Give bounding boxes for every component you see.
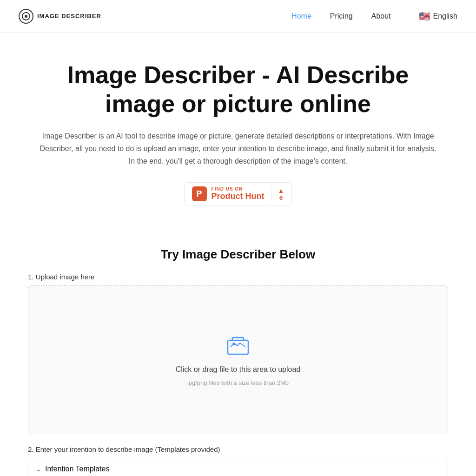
step2-label: 2. Enter your intention to describe imag… xyxy=(28,445,448,453)
ph-vote-count: 6 xyxy=(279,194,283,201)
hero-title: Image Describer - AI Describe image or p… xyxy=(37,60,439,119)
intention-title: Intention Templates xyxy=(45,465,109,473)
try-title: Try Image Describer Below xyxy=(28,247,448,262)
language-selector[interactable]: 🇺🇸 English xyxy=(419,11,457,22)
ph-find-text: FIND US ON xyxy=(212,186,243,192)
hero-description: Image Describer is an AI tool to describ… xyxy=(38,130,438,168)
nav-about[interactable]: About xyxy=(371,12,391,20)
intention-header[interactable]: ⌄ Intention Templates xyxy=(28,458,448,476)
upload-icon xyxy=(226,334,250,360)
nav-home[interactable]: Home xyxy=(291,12,311,20)
upload-dropzone[interactable]: Click or drag file to this area to uploa… xyxy=(28,285,448,434)
intention-section: ⌄ Intention Templates AI Describe Image … xyxy=(28,458,448,476)
step1-label: 1. Upload image here xyxy=(28,273,448,281)
chevron-down-icon: ⌄ xyxy=(36,465,41,473)
flag-icon: 🇺🇸 xyxy=(419,11,430,22)
nav-pricing[interactable]: Pricing xyxy=(330,12,353,20)
svg-point-2 xyxy=(25,15,27,18)
svg-point-4 xyxy=(232,343,235,345)
nav-links: Home Pricing About xyxy=(291,12,390,20)
ph-text-block: FIND US ON Product Hunt xyxy=(212,186,264,201)
ph-name-text: Product Hunt xyxy=(212,192,264,201)
upload-sub-text: jpg/png files with a size less than 2Mb xyxy=(187,379,289,386)
ph-votes-block: ▲ 6 xyxy=(271,187,284,201)
hero-section: Image Describer - AI Describe image or p… xyxy=(0,33,476,247)
lang-label: English xyxy=(433,12,457,20)
try-section: Try Image Describer Below 1. Upload imag… xyxy=(0,247,476,476)
ph-arrow-icon: ▲ xyxy=(278,187,284,194)
navbar: IMAGE DESCRIBER Home Pricing About 🇺🇸 En… xyxy=(0,0,476,33)
product-hunt-badge[interactable]: P FIND US ON Product Hunt ▲ 6 xyxy=(184,182,292,205)
logo-text: IMAGE DESCRIBER xyxy=(37,13,101,20)
svg-rect-3 xyxy=(228,340,248,354)
ph-logo-icon: P xyxy=(192,186,207,201)
logo-icon xyxy=(19,9,33,24)
logo-area[interactable]: IMAGE DESCRIBER xyxy=(19,9,101,24)
upload-main-text: Click or drag file to this area to uploa… xyxy=(176,365,301,374)
